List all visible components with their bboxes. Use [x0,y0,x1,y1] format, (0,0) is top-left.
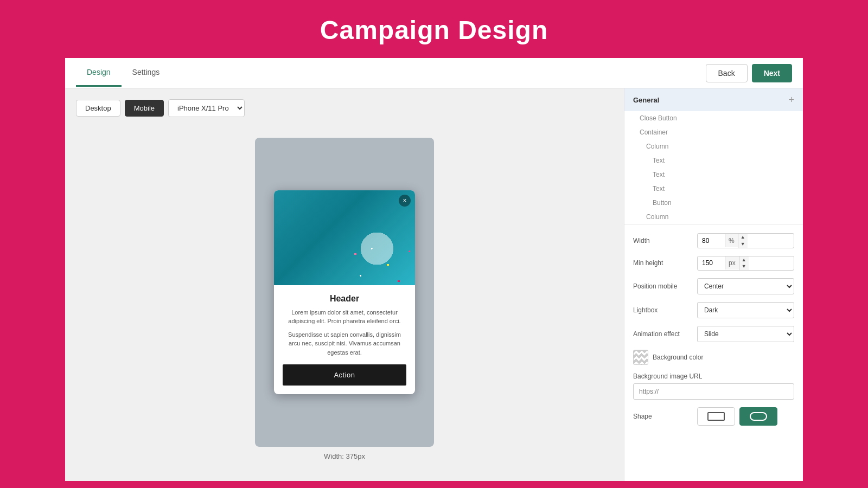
tree-header-label: General [633,96,659,104]
position-mobile-row: Position mobile Center Top Bottom [633,278,794,294]
mobile-button[interactable]: Mobile [125,100,164,117]
width-spinner: ▲ ▼ [738,234,748,248]
desktop-button[interactable]: Desktop [76,100,120,117]
top-bar: Design Settings Back Next [65,58,803,88]
app-header: Campaign Design [0,0,868,58]
min-height-unit: px [725,256,739,269]
rect-icon [707,412,725,421]
shape-row: Shape [633,407,794,426]
width-row: Width % ▲ ▼ [633,233,794,248]
tree-item-container[interactable]: Container [624,125,803,139]
popup-action-button[interactable]: Action [283,364,406,386]
main-area: Design Settings Back Next Desktop Mobile… [65,58,803,481]
position-mobile-label: Position mobile [633,282,693,290]
animation-label: Animation effect [633,330,693,338]
tree-item-button[interactable]: Button [624,196,803,210]
min-height-input-group: px ▲ ▼ [697,256,794,271]
min-height-row: Min height px ▲ ▼ [633,256,794,271]
tree-item-column-1[interactable]: Column [624,139,803,153]
width-input-group: % ▲ ▼ [697,233,794,248]
animation-select[interactable]: Slide Fade Zoom [697,326,794,342]
bg-image-label: Background image URL [633,373,794,380]
nav-buttons: Back Next [706,64,792,82]
tree-header: General + [624,88,803,111]
min-height-up-button[interactable]: ▲ [739,256,749,264]
rounded-icon [750,412,767,421]
popup-image: × [274,190,415,285]
device-selector[interactable]: iPhone X/11 Pro iPhone 8 Galaxy S9 [168,99,245,117]
lightbox-label: Lightbox [633,306,693,314]
width-label: Width: 375px [324,452,365,460]
popup-modal[interactable]: × Header Lorem ipsum dolor sit amet, con… [274,190,415,395]
min-height-label: Min height [633,259,693,267]
animation-row: Animation effect Slide Fade Zoom [633,326,794,342]
content-row: Desktop Mobile iPhone X/11 Pro iPhone 8 … [65,88,803,481]
popup-close-button[interactable]: × [399,195,411,207]
preview-area: × Header Lorem ipsum dolor sit amet, con… [76,128,613,470]
tab-design[interactable]: Design [76,59,122,87]
width-label-prop: Width [633,237,693,245]
position-mobile-select[interactable]: Center Top Bottom [697,278,794,294]
bg-image-row: Background image URL [633,373,794,407]
min-height-spinner: ▲ ▼ [739,256,749,271]
tree-item-text-3[interactable]: Text [624,182,803,196]
bg-color-row: Background color [633,350,794,365]
shape-rect-button[interactable] [697,407,735,426]
bg-image-input[interactable] [633,383,794,400]
width-input[interactable] [698,234,725,247]
tree-item-column-2[interactable]: Column [624,210,803,224]
width-down-button[interactable]: ▼ [738,241,748,248]
left-panel: Desktop Mobile iPhone X/11 Pro iPhone 8 … [65,88,624,481]
width-up-button[interactable]: ▲ [738,234,748,241]
right-panel: General + Close Button Container Column … [624,88,803,481]
back-button[interactable]: Back [706,64,748,82]
lightbox-row: Lightbox Dark Light None [633,302,794,318]
popup-body-2: Suspendisse ut sapien convallis, digniss… [283,330,406,357]
next-button[interactable]: Next [752,64,792,82]
shape-label: Shape [633,413,693,420]
phone-frame: × Header Lorem ipsum dolor sit amet, con… [255,138,434,447]
page-title: Campaign Design [0,15,868,45]
tree-section: General + Close Button Container Column … [624,88,803,224]
min-height-down-button[interactable]: ▼ [739,263,749,270]
device-controls: Desktop Mobile iPhone X/11 Pro iPhone 8 … [76,99,613,117]
shape-rounded-button[interactable] [739,407,777,426]
shape-buttons [697,407,777,426]
lightbox-select[interactable]: Dark Light None [697,302,794,318]
popup-content: Header Lorem ipsum dolor sit amet, conse… [274,285,415,395]
props-section: Width % ▲ ▼ Min height px [624,224,803,481]
tree-item-text-1[interactable]: Text [624,153,803,168]
bg-color-swatch[interactable] [633,350,648,365]
bg-color-label: Background color [653,354,703,361]
tree-add-button[interactable]: + [788,95,794,105]
tab-group: Design Settings [76,59,170,87]
tab-settings[interactable]: Settings [122,59,171,87]
tree-item-close-button[interactable]: Close Button [624,111,803,125]
popup-body-1: Lorem ipsum dolor sit amet, consectetur … [283,308,406,326]
popup-header: Header [283,294,406,304]
width-unit: % [725,234,738,247]
min-height-input[interactable] [698,256,725,269]
tree-item-text-2[interactable]: Text [624,168,803,182]
